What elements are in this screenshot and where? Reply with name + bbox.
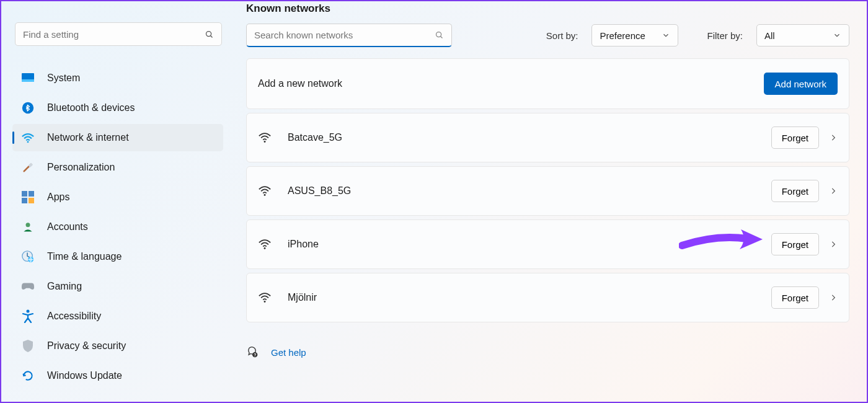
- svg-line-16: [441, 37, 443, 38]
- network-name: Mjölnir: [288, 292, 771, 303]
- help-icon: ?: [246, 346, 259, 358]
- main-panel: Known networks Sort by: Preference Filte…: [246, 1, 849, 358]
- sidebar-item-privacy[interactable]: Privacy & security: [12, 332, 223, 360]
- sidebar-item-bluetooth[interactable]: Bluetooth & devices: [12, 94, 223, 122]
- wifi-icon: [258, 131, 272, 144]
- wifi-icon: [258, 184, 272, 198]
- sidebar-item-network[interactable]: Network & internet: [12, 124, 223, 151]
- svg-rect-9: [22, 198, 27, 203]
- clock-globe-icon: [21, 250, 35, 264]
- network-row[interactable]: Batcave_5G Forget: [246, 113, 849, 162]
- sidebar-item-label: Bluetooth & devices: [47, 102, 135, 113]
- chevron-right-icon[interactable]: [829, 293, 838, 302]
- search-icon: [435, 30, 444, 40]
- network-name: ASUS_B8_5G: [288, 185, 771, 197]
- person-icon: [21, 220, 35, 234]
- svg-point-14: [27, 310, 30, 313]
- filter-value: All: [764, 30, 775, 41]
- svg-rect-3: [22, 79, 34, 82]
- svg-point-11: [26, 223, 30, 227]
- sidebar: System Bluetooth & devices Network & int…: [1, 1, 224, 402]
- search-networks-box[interactable]: [246, 24, 452, 47]
- forget-button[interactable]: Forget: [771, 126, 819, 149]
- svg-point-20: [264, 301, 266, 303]
- svg-text:?: ?: [254, 353, 256, 357]
- gamepad-icon: [21, 280, 35, 293]
- wifi-icon: [258, 291, 272, 304]
- chevron-right-icon[interactable]: [829, 187, 838, 195]
- sidebar-item-label: System: [47, 73, 80, 84]
- bluetooth-icon: [21, 101, 35, 115]
- sidebar-item-accounts[interactable]: Accounts: [12, 213, 223, 241]
- chevron-down-icon: [662, 31, 670, 40]
- search-icon: [205, 30, 214, 39]
- forget-button[interactable]: Forget: [771, 180, 819, 202]
- paintbrush-icon: [21, 161, 35, 174]
- sidebar-item-label: Apps: [47, 192, 69, 203]
- forget-button[interactable]: Forget: [771, 286, 819, 309]
- sidebar-item-label: Gaming: [47, 281, 82, 292]
- system-icon: [21, 71, 35, 85]
- toolbar: Sort by: Preference Filter by: All: [246, 24, 849, 47]
- svg-point-0: [206, 31, 211, 36]
- forget-button[interactable]: Forget: [771, 233, 819, 255]
- accessibility-icon: [21, 309, 35, 323]
- sidebar-item-label: Accessibility: [47, 311, 101, 322]
- sort-value: Preference: [600, 30, 645, 41]
- network-row[interactable]: ASUS_B8_5G Forget: [246, 166, 849, 216]
- get-help-link[interactable]: Get help: [271, 347, 306, 358]
- shield-icon: [21, 339, 35, 353]
- chevron-down-icon: [833, 31, 841, 40]
- sidebar-item-label: Accounts: [47, 221, 88, 232]
- sort-label: Sort by:: [546, 30, 578, 41]
- svg-rect-8: [29, 191, 34, 197]
- sidebar-item-label: Network & internet: [47, 132, 129, 143]
- find-setting-search[interactable]: [15, 22, 222, 46]
- svg-point-15: [436, 32, 441, 37]
- svg-point-5: [27, 141, 29, 143]
- filter-label: Filter by:: [707, 30, 743, 41]
- sidebar-item-accessibility[interactable]: Accessibility: [12, 303, 223, 330]
- wifi-icon: [21, 131, 35, 144]
- filter-select[interactable]: All: [756, 24, 849, 46]
- sort-select[interactable]: Preference: [591, 24, 678, 46]
- apps-icon: [21, 190, 35, 204]
- add-network-label: Add a new network: [258, 78, 764, 89]
- sidebar-item-label: Privacy & security: [47, 340, 126, 352]
- svg-line-1: [211, 35, 213, 37]
- svg-point-19: [264, 247, 266, 249]
- sidebar-item-label: Time & language: [47, 251, 122, 262]
- sidebar-item-apps[interactable]: Apps: [12, 184, 223, 211]
- network-row[interactable]: iPhone Forget: [246, 219, 849, 269]
- chevron-right-icon[interactable]: [829, 133, 838, 142]
- page-title: Known networks: [246, 2, 849, 15]
- svg-point-18: [264, 194, 266, 196]
- sidebar-item-windows-update[interactable]: Windows Update: [12, 362, 223, 389]
- update-icon: [21, 369, 35, 383]
- wifi-icon: [258, 237, 272, 251]
- sidebar-item-personalization[interactable]: Personalization: [12, 154, 223, 181]
- get-help-row: ? Get help: [246, 346, 849, 358]
- svg-rect-7: [22, 191, 27, 197]
- network-name: iPhone: [288, 239, 771, 250]
- add-network-row: Add a new network Add network: [246, 58, 849, 109]
- sidebar-item-label: Windows Update: [47, 370, 122, 381]
- find-setting-input[interactable]: [23, 29, 205, 40]
- sidebar-item-label: Personalization: [47, 162, 115, 173]
- network-name: Batcave_5G: [288, 132, 771, 143]
- svg-point-17: [264, 141, 266, 143]
- chevron-right-icon[interactable]: [829, 240, 838, 249]
- nav-list: System Bluetooth & devices Network & int…: [12, 64, 223, 392]
- sidebar-item-gaming[interactable]: Gaming: [12, 273, 223, 300]
- sidebar-item-time-language[interactable]: Time & language: [12, 243, 223, 270]
- sidebar-item-system[interactable]: System: [12, 64, 223, 92]
- add-network-button[interactable]: Add network: [764, 73, 838, 95]
- network-row[interactable]: Mjölnir Forget: [246, 273, 849, 322]
- search-networks-input[interactable]: [254, 30, 435, 40]
- svg-rect-10: [29, 198, 34, 203]
